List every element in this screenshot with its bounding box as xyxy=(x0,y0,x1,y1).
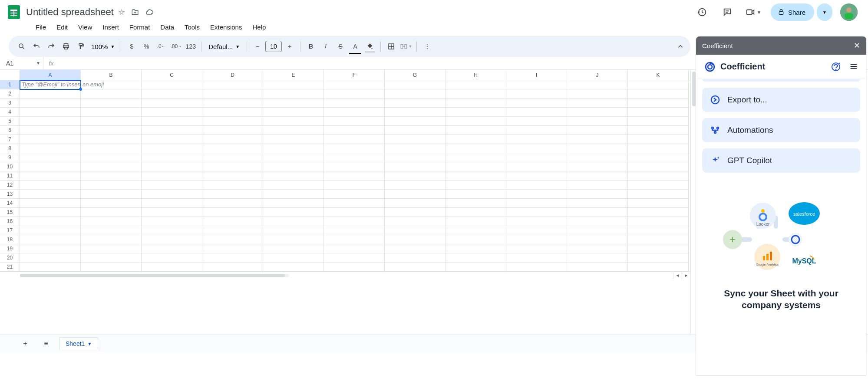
cell[interactable] xyxy=(324,153,385,162)
cell[interactable] xyxy=(385,171,446,181)
cell[interactable] xyxy=(20,108,81,117)
cell[interactable] xyxy=(142,126,202,135)
cell[interactable] xyxy=(263,235,324,244)
cell[interactable] xyxy=(263,135,324,144)
cloud-status-icon[interactable] xyxy=(145,8,154,16)
select-all-corner[interactable] xyxy=(0,70,20,80)
cell[interactable] xyxy=(202,190,263,199)
column-header-D[interactable]: D xyxy=(202,70,263,80)
row-header[interactable]: 21 xyxy=(0,263,20,272)
paint-format-icon[interactable] xyxy=(74,39,88,53)
cell[interactable] xyxy=(202,80,263,89)
cell[interactable] xyxy=(385,80,446,89)
cell[interactable] xyxy=(506,126,567,135)
cell[interactable] xyxy=(142,226,202,235)
cell[interactable] xyxy=(81,135,142,144)
sidebar-item-gpt[interactable]: GPT Copilot xyxy=(702,148,860,173)
cell[interactable] xyxy=(324,253,385,263)
cell[interactable] xyxy=(324,199,385,208)
move-icon[interactable] xyxy=(131,8,139,16)
row-header[interactable]: 15 xyxy=(0,208,20,217)
row-header[interactable]: 5 xyxy=(0,117,20,126)
cell[interactable] xyxy=(385,89,446,99)
cell[interactable] xyxy=(628,217,689,226)
cell[interactable] xyxy=(202,199,263,208)
font-select[interactable]: Defaul...▼ xyxy=(205,43,243,50)
cell[interactable] xyxy=(202,89,263,99)
undo-icon[interactable] xyxy=(30,39,43,53)
cell[interactable] xyxy=(263,171,324,181)
cell[interactable] xyxy=(263,99,324,108)
cell[interactable] xyxy=(81,162,142,171)
cell[interactable] xyxy=(506,162,567,171)
cell[interactable] xyxy=(202,217,263,226)
cell[interactable] xyxy=(385,117,446,126)
cell[interactable] xyxy=(324,181,385,190)
cell[interactable] xyxy=(202,226,263,235)
cell[interactable] xyxy=(142,190,202,199)
cell[interactable] xyxy=(385,126,446,135)
cell[interactable] xyxy=(506,263,567,272)
borders-icon[interactable] xyxy=(384,39,398,53)
cell[interactable] xyxy=(324,108,385,117)
cell[interactable] xyxy=(385,99,446,108)
add-sheet-icon[interactable]: + xyxy=(17,336,33,351)
cell[interactable] xyxy=(81,89,142,99)
row-header[interactable]: 7 xyxy=(0,135,20,144)
cell[interactable] xyxy=(506,217,567,226)
cell[interactable] xyxy=(628,144,689,153)
cell[interactable] xyxy=(446,190,506,199)
cell[interactable] xyxy=(263,181,324,190)
cell[interactable] xyxy=(324,162,385,171)
cell[interactable] xyxy=(446,181,506,190)
cell[interactable] xyxy=(324,117,385,126)
cell[interactable] xyxy=(567,253,628,263)
cell[interactable] xyxy=(20,171,81,181)
row-header[interactable]: 4 xyxy=(0,108,20,117)
cell[interactable] xyxy=(142,253,202,263)
star-icon[interactable]: ☆ xyxy=(118,7,125,17)
cell[interactable] xyxy=(628,181,689,190)
cell[interactable] xyxy=(20,181,81,190)
cell[interactable] xyxy=(385,153,446,162)
decrease-decimal-icon[interactable]: .0← xyxy=(154,39,168,53)
text-color-icon[interactable]: A xyxy=(348,39,362,53)
cell[interactable] xyxy=(81,153,142,162)
cell[interactable] xyxy=(324,80,385,89)
cell[interactable] xyxy=(142,144,202,153)
cell[interactable] xyxy=(385,144,446,153)
row-header[interactable]: 2 xyxy=(0,89,20,99)
cell[interactable] xyxy=(628,226,689,235)
cell[interactable] xyxy=(142,117,202,126)
cell[interactable] xyxy=(324,208,385,217)
cell[interactable] xyxy=(385,244,446,253)
vertical-scrollbar[interactable] xyxy=(690,70,696,335)
sidebar-item-automations[interactable]: Automations xyxy=(702,118,860,142)
row-header[interactable]: 6 xyxy=(0,126,20,135)
cell[interactable] xyxy=(446,208,506,217)
cell[interactable] xyxy=(20,190,81,199)
cell[interactable] xyxy=(506,181,567,190)
cell[interactable] xyxy=(567,190,628,199)
cell[interactable] xyxy=(506,153,567,162)
cell[interactable] xyxy=(81,235,142,244)
cell[interactable] xyxy=(142,217,202,226)
cell[interactable] xyxy=(81,171,142,181)
menu-tools[interactable]: Tools xyxy=(180,21,204,33)
cell[interactable] xyxy=(446,153,506,162)
fill-color-icon[interactable] xyxy=(363,39,377,53)
cell[interactable] xyxy=(142,181,202,190)
cell[interactable] xyxy=(20,153,81,162)
cell[interactable] xyxy=(506,253,567,263)
sheet-tab-dropdown-icon[interactable]: ▼ xyxy=(87,342,92,346)
meet-icon[interactable]: ▼ xyxy=(744,3,763,21)
cell[interactable] xyxy=(446,226,506,235)
cell[interactable] xyxy=(142,244,202,253)
increase-decimal-icon[interactable]: .00→ xyxy=(169,39,183,53)
column-header-K[interactable]: K xyxy=(628,70,689,80)
cell[interactable] xyxy=(567,153,628,162)
cell[interactable] xyxy=(202,162,263,171)
cell[interactable] xyxy=(324,135,385,144)
cell[interactable] xyxy=(567,199,628,208)
cell[interactable] xyxy=(567,244,628,253)
